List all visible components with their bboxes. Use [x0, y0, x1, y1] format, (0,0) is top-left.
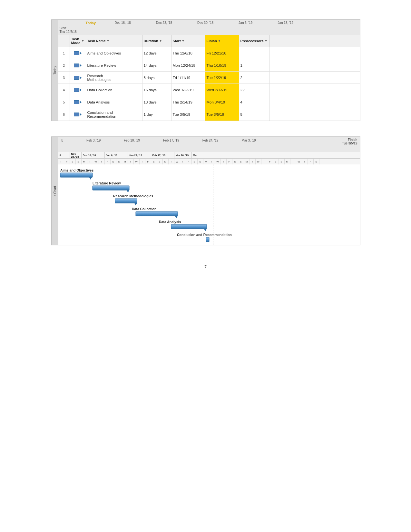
bar-label-6: Conclusion and Recommendation: [177, 233, 232, 237]
start-dropdown-arrow: ▼: [182, 39, 185, 43]
row4-taskname: Data Collection: [86, 84, 142, 96]
page-number: 7: [51, 265, 360, 269]
row3-duration: 8 days: [142, 72, 171, 84]
day-t9: T: [221, 159, 227, 164]
row6-finish: Tue 3/5/19: [205, 108, 239, 121]
day-s3: S: [111, 159, 116, 164]
gantt-bar-3: [115, 199, 137, 203]
bar-label-2: Literature Review: [93, 181, 121, 185]
chart-month-dec: Dec 16, '18: [82, 152, 105, 158]
bar-label-5: Data Analysis: [159, 220, 181, 224]
row4-duration: 16 days: [142, 84, 171, 96]
day-t4: T: [128, 159, 134, 164]
task-mode-icon: [74, 76, 82, 80]
day-s1: S: [70, 159, 76, 164]
th-duration[interactable]: Duration ▼: [142, 35, 171, 47]
task-icon-row: [74, 88, 82, 92]
table-row: 6 Conclusion andRecommendation 1 day Tue…: [58, 108, 360, 121]
timeline-date-3: Dec 30, '18: [197, 21, 213, 25]
chart-month-mar10: Mar 10, '19: [174, 152, 192, 158]
row2-num: 2: [58, 59, 70, 71]
gantt-chart-section: t Chart b Feb 3, '19 Feb 10, '19 Feb 17,…: [51, 136, 360, 245]
gantt-bar-4: [136, 212, 178, 216]
row5-taskname: Data Analysis: [86, 96, 142, 108]
day-w1: W: [93, 159, 99, 164]
task-icon-row: [74, 64, 82, 67]
bar-arrow-3: [134, 203, 137, 205]
timeline-start: Start Thu 12/6/18: [60, 26, 77, 34]
row2-taskname: Literature Review: [86, 59, 142, 71]
finish-dropdown-arrow: ▼: [218, 39, 221, 43]
day-t10: T: [250, 159, 256, 164]
day-m5: M: [244, 159, 250, 164]
day-t13: T: [302, 159, 308, 164]
task-icon-row: [74, 76, 82, 80]
day-w6: W: [296, 159, 302, 164]
day-s9: S: [232, 159, 238, 164]
task-mode-icon: [74, 88, 82, 92]
bar-label-3: Research Methodologies: [113, 194, 153, 198]
gantt-bars-svg: Aims and Objectives Literature Review Re…: [58, 164, 360, 245]
taskname-dropdown-arrow: ▼: [107, 39, 110, 43]
chart-date-5: Mar 3, '19: [241, 139, 256, 142]
row5-start: Thu 2/14/19: [171, 96, 205, 108]
day-w5: W: [256, 159, 261, 164]
row1-taskname: Aims and Objectives: [86, 47, 142, 59]
row6-taskname: Conclusion andRecommendation: [86, 108, 142, 121]
timeline-date-1: Dec 16, '18: [115, 21, 131, 25]
chart-month-jan27: Jan 27, '19: [128, 152, 151, 158]
icon-box: [74, 113, 79, 116]
row3-start: Fri 1/11/19: [171, 72, 205, 84]
chart-month-jan6: Jan 6, '19: [105, 152, 128, 158]
day-f6: F: [267, 159, 273, 164]
row5-finish: Mon 3/4/19: [205, 96, 239, 108]
row4-mode: [70, 84, 86, 96]
icon-box: [74, 100, 79, 104]
bar-arrow-1: [89, 177, 92, 180]
task-mode-icon: [74, 113, 82, 116]
mode-dropdown-arrow: ▼: [82, 39, 84, 43]
icon-box: [74, 88, 79, 92]
gantt-bar-2: [93, 186, 129, 190]
row6-mode: [70, 108, 86, 121]
th-start[interactable]: Start ▼: [171, 35, 205, 47]
day-f3: F: [145, 159, 151, 164]
chart-days-row: T F S S M T W T F S S M T W T F S S M T: [58, 159, 360, 164]
chart-date-3: Feb 17, '19: [163, 139, 179, 142]
th-finish[interactable]: Finish ▼: [205, 35, 239, 47]
chart-month-feb17: Feb 17, '19: [151, 152, 174, 158]
table-header: Task Mode ▼ Task Name ▼ Duration ▼ Start…: [58, 35, 360, 47]
table-row: 4 Data Collection 16 days Wed 1/23/19 We…: [58, 84, 360, 96]
th-mode[interactable]: Task Mode ▼: [70, 35, 86, 47]
table-row: 1 Aims and Objectives 12 days Thu 12/6/1…: [58, 47, 360, 59]
day-f1: F: [64, 159, 70, 164]
row6-duration: 1 day: [142, 108, 171, 121]
gantt-bar-1: [60, 173, 93, 177]
day-w2: W: [134, 159, 140, 164]
th-predecessors[interactable]: Predecessors ▼: [239, 35, 270, 47]
row1-finish: Fri 12/21/18: [205, 47, 239, 59]
icon-box: [74, 76, 79, 80]
bar-label-4: Data Collection: [132, 207, 156, 211]
chart-timeline-top: b Feb 3, '19 Feb 10, '19 Feb 17, '19 Feb…: [58, 137, 360, 152]
chart-months-row: 3 Nov 25, '18 Dec 16, '18 Jan 6, '19 Jan…: [58, 152, 360, 159]
th-num: [58, 35, 70, 47]
gantt-bar-6: [206, 237, 209, 242]
day-t7: T: [180, 159, 186, 164]
today-label: Today: [86, 21, 96, 25]
th-taskname[interactable]: Task Name ▼: [86, 35, 142, 47]
chart-inner: b Feb 3, '19 Feb 10, '19 Feb 17, '19 Feb…: [58, 137, 360, 245]
day-s10: S: [238, 159, 244, 164]
timeline-date-5: Jan 13, '19: [278, 21, 293, 25]
day-s2: S: [76, 159, 82, 164]
day-m4: M: [203, 159, 209, 164]
day-f4: F: [186, 159, 192, 164]
row1-start: Thu 12/6/18: [171, 47, 205, 59]
chart-bars-area: Aims and Objectives Literature Review Re…: [58, 164, 360, 245]
icon-box: [74, 64, 79, 67]
task-icon-row: [74, 51, 82, 55]
bar-arrow-2: [127, 190, 129, 192]
table-rows: 1 Aims and Objectives 12 days Thu 12/6/1…: [58, 47, 360, 121]
day-s13: S: [314, 159, 319, 164]
chart-month-nov: Nov 25, '18: [70, 152, 82, 158]
